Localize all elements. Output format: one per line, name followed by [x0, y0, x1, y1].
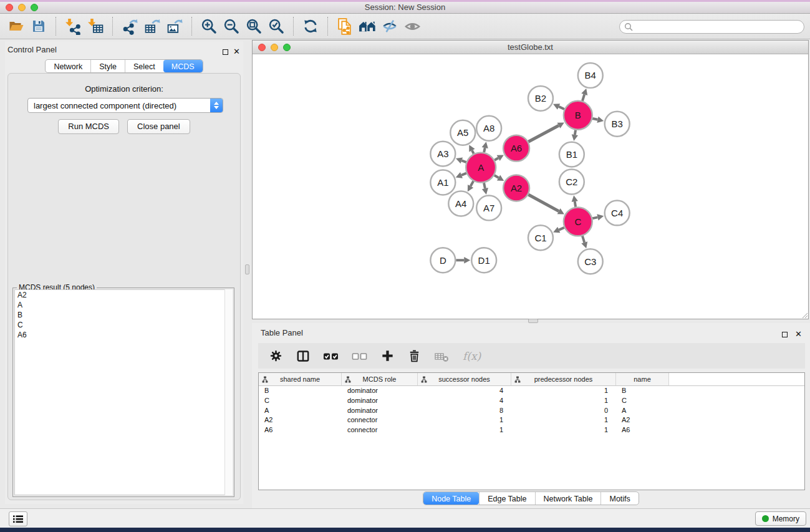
graph-edge-B-B1[interactable]	[572, 130, 578, 141]
graph-node-A[interactable]: A	[466, 153, 496, 183]
task-history-button[interactable]	[9, 511, 27, 526]
horizontal-splitter-handle[interactable]	[528, 319, 538, 323]
control-panel-float-button[interactable]	[223, 46, 228, 57]
network-canvas[interactable]: B4B2BB3A8A5A6A3B1AA1C2A2A4A7C4CC1C3DD1	[253, 55, 808, 319]
search-input[interactable]	[635, 21, 804, 32]
table-cell[interactable]: 1	[511, 425, 616, 435]
column-header-MCDS-role[interactable]: MCDS role	[342, 373, 418, 386]
graph-node-C4[interactable]: C4	[605, 200, 630, 225]
table-cell[interactable]: dominator	[342, 386, 418, 396]
table-panel-close-button[interactable]: ✕	[795, 328, 802, 339]
result-item[interactable]: B	[15, 310, 232, 320]
run-mcds-button[interactable]: Run MCDS	[58, 119, 119, 134]
graph-node-A4[interactable]: A4	[448, 191, 473, 216]
table-cell[interactable]: 8	[418, 406, 511, 416]
graph-edge-C-C2[interactable]	[572, 195, 578, 207]
memory-button[interactable]: Memory	[755, 511, 806, 526]
table-cell[interactable]: A	[616, 406, 669, 416]
table-row[interactable]: Adominator80A	[259, 406, 804, 416]
table-cell[interactable]: 4	[418, 386, 511, 396]
optimization-criterion-dropdown[interactable]: largest connected component (directed)	[27, 98, 223, 113]
graph-node-C3[interactable]: C3	[578, 249, 603, 274]
delete-columns-button[interactable]	[407, 349, 422, 363]
table-cell[interactable]: A2	[616, 415, 669, 425]
graph-node-A7[interactable]: A7	[476, 195, 501, 220]
network-window-titlebar[interactable]: testGlobe.txt	[253, 41, 808, 54]
export-image-button[interactable]	[163, 16, 186, 36]
graph-node-A8[interactable]: A8	[476, 116, 501, 141]
table-cell[interactable]: B	[259, 386, 342, 396]
graph-node-B[interactable]: B	[564, 101, 592, 130]
table-cell[interactable]: 4	[418, 396, 511, 406]
tab-network-table[interactable]: Network Table	[535, 492, 601, 505]
table-cell[interactable]: connector	[342, 425, 418, 435]
graph-node-D[interactable]: D	[430, 248, 455, 273]
graph-edge-B-B3[interactable]	[592, 117, 604, 123]
table-settings-button[interactable]	[269, 349, 283, 363]
graph-node-A1[interactable]: A1	[430, 170, 455, 195]
network-graph[interactable]: B4B2BB3A8A5A6A3B1AA1C2A2A4A7C4CC1C3DD1	[253, 55, 808, 319]
vertical-splitter-handle[interactable]	[245, 264, 249, 274]
graph-edge-D-D1[interactable]	[456, 257, 470, 263]
graph-node-A5[interactable]: A5	[450, 120, 475, 145]
houses-button[interactable]	[356, 16, 378, 36]
table-cell[interactable]: A	[259, 406, 342, 416]
graph-node-A3[interactable]: A3	[430, 142, 455, 167]
graph-edge-B-B4[interactable]	[581, 89, 587, 101]
search-field[interactable]	[619, 20, 804, 34]
column-header-predecessor-nodes[interactable]: predecessor nodes	[511, 373, 616, 386]
table-cell[interactable]: C	[616, 396, 669, 406]
table-cell[interactable]: 1	[418, 415, 511, 425]
column-header-shared-name[interactable]: shared name	[259, 373, 342, 386]
graph-edge-A2-C[interactable]	[528, 195, 564, 214]
graph-edge-A-A7[interactable]	[482, 183, 488, 195]
tab-style[interactable]: Style	[90, 60, 125, 72]
result-scrollbar[interactable]	[224, 289, 233, 495]
table-cell[interactable]: 0	[511, 406, 616, 416]
delete-table-button[interactable]	[434, 349, 450, 364]
hide-panels-button[interactable]	[378, 16, 401, 36]
column-header-successor-nodes[interactable]: successor nodes	[418, 373, 511, 386]
result-item[interactable]: A2	[15, 290, 232, 300]
tab-network[interactable]: Network	[46, 60, 90, 72]
graph-node-B2[interactable]: B2	[528, 86, 553, 111]
save-session-button[interactable]	[27, 16, 50, 36]
graph-node-B1[interactable]: B1	[559, 142, 584, 167]
import-table-button[interactable]	[84, 16, 107, 36]
table-cell[interactable]: dominator	[342, 396, 418, 406]
graph-edge-A-A6[interactable]	[494, 155, 504, 161]
tab-motifs[interactable]: Motifs	[600, 492, 638, 505]
graph-edge-A-A2[interactable]	[494, 175, 504, 181]
table-panel-float-button[interactable]	[782, 329, 788, 340]
refresh-button[interactable]	[299, 16, 322, 36]
graph-node-C1[interactable]: C1	[528, 225, 553, 250]
export-table-button[interactable]	[141, 16, 163, 36]
graph-edge-C-C1[interactable]	[553, 227, 564, 233]
graph-edge-C-C3[interactable]	[581, 236, 587, 248]
graph-edge-A-A4[interactable]	[468, 181, 473, 191]
graph-node-C[interactable]: C	[564, 207, 592, 236]
graph-edge-A6-B[interactable]	[528, 123, 564, 142]
graph-edge-A-A1[interactable]	[456, 172, 466, 178]
graph-node-B3[interactable]: B3	[605, 112, 630, 137]
table-cell[interactable]: C	[259, 396, 342, 406]
graph-node-D1[interactable]: D1	[471, 248, 496, 273]
show-panels-button[interactable]	[401, 16, 423, 36]
create-column-button[interactable]	[380, 349, 395, 363]
table-row[interactable]: A6connector11A6	[259, 425, 804, 435]
graph-node-C2[interactable]: C2	[559, 170, 584, 195]
graph-edge-A-A8[interactable]	[482, 142, 488, 152]
import-network-button[interactable]	[62, 16, 84, 36]
table-cell[interactable]: A6	[616, 425, 669, 435]
tab-select[interactable]: Select	[125, 60, 163, 72]
graph-node-B4[interactable]: B4	[578, 63, 603, 88]
graph-node-A2[interactable]: A2	[503, 175, 529, 201]
select-all-columns-button[interactable]	[323, 350, 339, 362]
table-cell[interactable]: 1	[418, 425, 511, 435]
table-cell[interactable]: B	[616, 386, 669, 396]
network-file-button[interactable]	[334, 16, 356, 36]
table-row[interactable]: A2connector11A2	[259, 415, 804, 425]
result-item[interactable]: A	[15, 300, 232, 310]
resize-grip[interactable]	[801, 311, 808, 319]
graph-edge-A-A5[interactable]	[469, 145, 475, 153]
